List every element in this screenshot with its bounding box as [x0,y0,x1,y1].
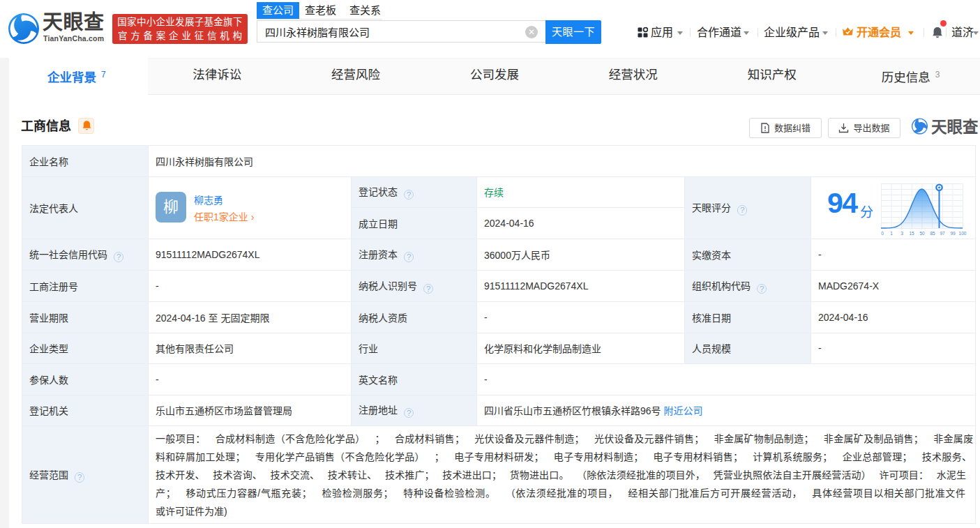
svg-text:100: 100 [959,231,967,236]
svg-text:天眼查: 天眼查 [931,119,978,136]
svg-text:0: 0 [881,231,884,236]
svg-text:97: 97 [940,231,945,236]
svg-text:85: 85 [930,231,935,236]
svg-text:99: 99 [950,231,956,236]
svg-text:1: 1 [890,231,893,236]
svg-text:15: 15 [909,231,914,236]
svg-text:3: 3 [900,231,903,236]
svg-text:50: 50 [919,231,925,236]
